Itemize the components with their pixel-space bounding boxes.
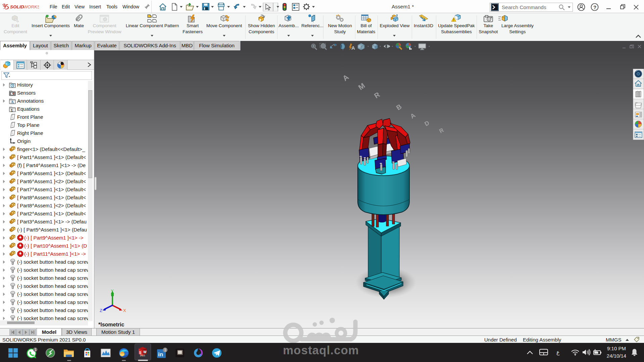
svg-text:A: A [409,111,417,120]
svg-text:M: M [357,81,366,92]
svg-text:1: 1 [164,348,166,352]
svg-text:A: A [341,73,350,83]
svg-text:X: X [123,308,126,313]
svg-text:?: ? [593,4,596,10]
svg-text:W: W [143,350,147,354]
svg-text:A: A [351,45,355,51]
svg-text:R: R [438,127,445,135]
svg-text:!: ! [453,18,454,22]
svg-text:Z: Z [100,308,102,313]
svg-text:1: 1 [35,348,37,352]
svg-text:Y: Y [111,289,114,294]
svg-text:B: B [395,103,403,111]
svg-text:A: A [11,100,14,104]
svg-text:R: R [373,91,381,100]
svg-text:in: in [158,351,163,358]
svg-text:SOLID: SOLID [10,4,24,9]
svg-text:Σ: Σ [11,108,13,112]
svg-text:D: D [424,119,431,127]
svg-text:2021: 2021 [140,354,145,357]
svg-text:WORKS: WORKS [23,4,39,9]
